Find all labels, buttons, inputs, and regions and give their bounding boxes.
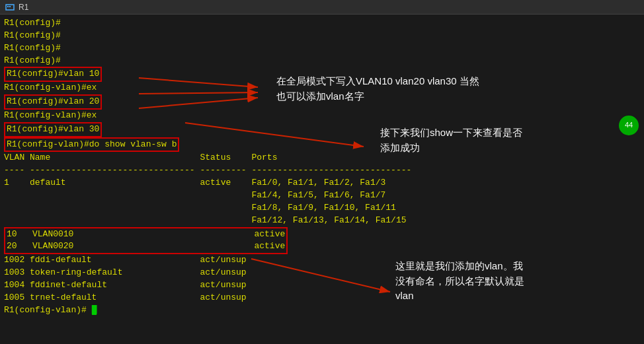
svg-line-7 xyxy=(185,123,364,147)
terminal-vlan20: 20 VLAN0020 active xyxy=(7,240,285,253)
svg-rect-2 xyxy=(9,6,11,7)
badge-value: 44 xyxy=(625,120,633,131)
terminal-prompt-final: R1(config-vlan)# █ xyxy=(4,304,640,317)
terminal-line: R1(config-vlan)#ex xyxy=(4,110,640,122)
terminal-header: VLAN Name Status Ports xyxy=(4,152,640,164)
terminal-line: R1(config)# xyxy=(4,17,640,30)
title-bar: R1 xyxy=(0,0,644,15)
svg-line-6 xyxy=(139,98,258,108)
terminal-line-vlan20: R1(config)#vlan 20 xyxy=(4,94,102,110)
annotation-show-check: 接下来我们show一下来查看是否添加成功 xyxy=(380,125,522,155)
terminal-vlan1-ports3: Fa1/8, Fa1/9, Fa1/10, Fa1/11 xyxy=(4,202,640,215)
router-icon xyxy=(5,3,15,12)
terminal-line-show: R1(config-vlan)#do show vlan-sw b xyxy=(4,137,179,153)
terminal-vlan1: 1 default active Fa1/0, Fa1/1, Fa1/2, Fa… xyxy=(4,177,640,189)
annotation-vlan-add: 在全局模式下写入VLAN10 vlan20 vlan30 当然也可以添加vlan… xyxy=(276,74,479,104)
terminal-vlan1004: 1004 fddinet-default act/unsup xyxy=(4,279,640,292)
terminal-vlan1002: 1002 fddi-default act/unsup xyxy=(4,254,640,267)
terminal-line: R1(config)# xyxy=(4,42,640,55)
terminal-line-vlan30: R1(config)#vlan 30 xyxy=(4,122,102,137)
svg-rect-1 xyxy=(7,6,9,7)
terminal-vlan10: 10 VLAN0010 active xyxy=(7,228,285,241)
terminal-line: R1(config)# xyxy=(4,55,640,67)
badge-counter: 44 xyxy=(619,116,639,135)
terminal-line: R1(config)# xyxy=(4,30,640,42)
terminal-vlan1-ports4: Fa1/12, Fa1/13, Fa1/14, Fa1/15 xyxy=(4,215,640,227)
terminal-divider: ---- -------------------------------- --… xyxy=(4,164,640,177)
terminal-vlan1005: 1005 trnet-default act/unsup xyxy=(4,292,640,304)
annotation-vlan-result: 这里就是我们添加的vlan。我没有命名，所以名字默认就是vlan xyxy=(395,259,524,304)
terminal: R1(config)# R1(config)# R1(config)# R1(c… xyxy=(0,15,644,344)
window-title: R1 xyxy=(19,3,28,12)
terminal-vlan1-ports2: Fa1/4, Fa1/5, Fa1/6, Fa1/7 xyxy=(4,189,640,202)
terminal-line-vlan10: R1(config)#vlan 10 xyxy=(4,67,102,82)
terminal-vlan1003: 1003 token-ring-default act/unsup xyxy=(4,267,640,279)
